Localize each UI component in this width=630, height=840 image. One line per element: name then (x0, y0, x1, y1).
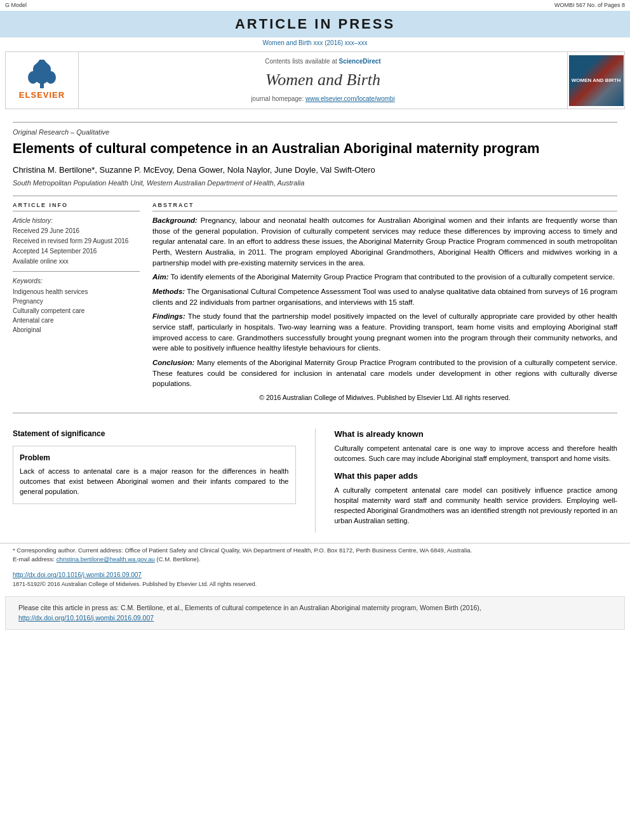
abstract-conclusion: Conclusion: Many elements of the Aborigi… (152, 357, 617, 389)
vertical-divider (315, 429, 316, 533)
journal-title: Women and Birth (265, 69, 380, 91)
citation-text: Please cite this article in press as: C.… (18, 604, 481, 611)
problem-text: Lack of access to antenatal care is a ma… (20, 467, 289, 497)
significance-box: Problem Lack of access to antenatal care… (13, 446, 296, 505)
corresponding-text: * Corresponding author. Current address:… (13, 547, 472, 554)
methods-label: Methods: (152, 288, 185, 295)
banner-title: ARTICLE IN PRESS (235, 16, 395, 32)
citation-box: Please cite this article in press as: C.… (5, 596, 625, 630)
divider-mid (13, 196, 617, 196)
g-model-text: G Model (5, 1, 27, 10)
two-col-layout: ARTICLE INFO Article history: Received 2… (13, 201, 617, 402)
abstract-methods: Methods: The Organisational Cultural Com… (152, 286, 617, 307)
article-title: Elements of cultural competence in an Au… (13, 140, 617, 158)
known-col: What is already known Culturally compete… (335, 429, 618, 533)
email-link[interactable]: christina.bertilone@health.wa.gov.au (57, 556, 155, 563)
thumbnail-label: WOMEN AND BIRTH (572, 77, 620, 84)
journal-thumbnail: WOMEN AND BIRTH (567, 52, 624, 108)
conclusion-text: Many elements of the Aboriginal Maternit… (152, 359, 617, 387)
article-in-press-banner: ARTICLE IN PRESS (0, 11, 630, 38)
divider-lower (13, 413, 617, 413)
wombi-ref: WOMBI 567 No. of Pages 8 (554, 1, 625, 10)
keywords-label: Keywords: (13, 277, 140, 286)
background-label: Background: (152, 217, 198, 224)
available-date: Available online xxx (13, 257, 140, 266)
keyword-5: Aboriginal (13, 325, 140, 335)
elsevier-tree-icon (23, 60, 61, 88)
known-title: What is already known (335, 429, 618, 440)
keyword-2: Pregnancy (13, 297, 140, 306)
citation-link[interactable]: http://dx.doi.org/10.1016/j.wombi.2016.0… (18, 614, 154, 622)
findings-label: Findings: (152, 312, 185, 320)
methods-text: The Organisational Cultural Competence A… (152, 288, 617, 306)
lower-section: Statement of significance Problem Lack o… (0, 423, 630, 538)
aim-label: Aim: (152, 273, 169, 281)
abstract-col: ABSTRACT Background: Pregnancy, labour a… (152, 201, 617, 402)
keyword-1: Indigenous health services (13, 287, 140, 297)
footnotes-area: * Corresponding author. Current address:… (0, 543, 630, 567)
article-body: Original Research – Qualitative Elements… (0, 112, 630, 408)
conclusion-label: Conclusion: (152, 359, 194, 366)
adds-title: What this paper adds (335, 470, 618, 482)
divider-top (13, 122, 617, 123)
email-label: E-mail address: (13, 556, 55, 563)
known-text: Culturally competent antenatal care is o… (335, 444, 618, 464)
doi-section: http://dx.doi.org/10.1016/j.wombi.2016.0… (0, 566, 630, 591)
revised-date: Received in revised form 29 August 2016 (13, 237, 140, 246)
contents-line: Contents lists available at ScienceDirec… (265, 57, 380, 66)
keyword-4: Antenatal care (13, 316, 140, 325)
abstract-header: ABSTRACT (152, 201, 617, 211)
adds-text: A culturally competent antenatal care mo… (335, 486, 618, 526)
findings-text: The study found that the partnership mod… (152, 312, 617, 352)
science-direct-link: ScienceDirect (339, 58, 381, 65)
significance-col: Statement of significance Problem Lack o… (13, 429, 296, 533)
page: G Model WOMBI 567 No. of Pages 8 ARTICLE… (0, 0, 630, 840)
authors: Christina M. Bertilone*, Suzanne P. McEv… (13, 164, 617, 176)
journal-homepage: journal homepage: www.elsevier.com/locat… (251, 95, 394, 103)
g-model-line: G Model WOMBI 567 No. of Pages 8 (0, 0, 630, 11)
issn-line: 1871-5192/© 2016 Australian College of M… (13, 580, 617, 589)
homepage-label: journal homepage: (251, 95, 304, 102)
journal-header: ELSEVIER Contents lists available at Sci… (5, 51, 625, 109)
article-info-header: ARTICLE INFO (13, 201, 140, 211)
journal-center: Contents lists available at ScienceDirec… (79, 52, 567, 108)
corresponding-footnote: * Corresponding author. Current address:… (13, 546, 617, 555)
history-label: Article history: (13, 217, 140, 225)
significance-title: Statement of significance (13, 429, 296, 439)
abstract-findings: Findings: The study found that the partn… (152, 311, 617, 354)
info-divider (13, 271, 140, 272)
email-footnote: E-mail address: christina.bertilone@heal… (13, 555, 617, 564)
problem-title: Problem (20, 453, 289, 463)
journal-url-line: Women and Birth xxx (2016) xxx–xxx (0, 37, 630, 49)
email-suffix: (C.M. Bertilone). (157, 556, 201, 563)
doi-link[interactable]: http://dx.doi.org/10.1016/j.wombi.2016.0… (13, 571, 142, 578)
article-info-col: ARTICLE INFO Article history: Received 2… (13, 201, 140, 402)
elsevier-logo-box: ELSEVIER (6, 52, 79, 108)
keyword-3: Culturally competent care (13, 306, 140, 316)
journal-url-text: Women and Birth xxx (2016) xxx–xxx (263, 39, 368, 46)
affiliation: South Metropolitan Population Health Uni… (13, 178, 617, 188)
elsevier-label: ELSEVIER (19, 90, 65, 101)
abstract-aim: Aim: To identify elements of the Aborigi… (152, 272, 617, 283)
received-date: Received 29 June 2016 (13, 227, 140, 236)
copyright-line: © 2016 Australian College of Midwives. P… (152, 393, 617, 403)
thumbnail-image: WOMEN AND BIRTH (569, 55, 624, 106)
authors-text: Christina M. Bertilone*, Suzanne P. McEv… (13, 165, 375, 175)
contents-label: Contents lists available at (265, 58, 337, 65)
article-type: Original Research – Qualitative (13, 128, 617, 137)
aim-text: To identify elements of the Aboriginal M… (171, 273, 615, 281)
keywords-list: Indigenous health services Pregnancy Cul… (13, 287, 140, 335)
abstract-background: Background: Pregnancy, labour and neonat… (152, 215, 617, 268)
accepted-date: Accepted 14 September 2016 (13, 247, 140, 256)
background-text: Pregnancy, labour and neonatal health ou… (152, 217, 617, 267)
homepage-url[interactable]: www.elsevier.com/locate/wombi (305, 95, 395, 102)
